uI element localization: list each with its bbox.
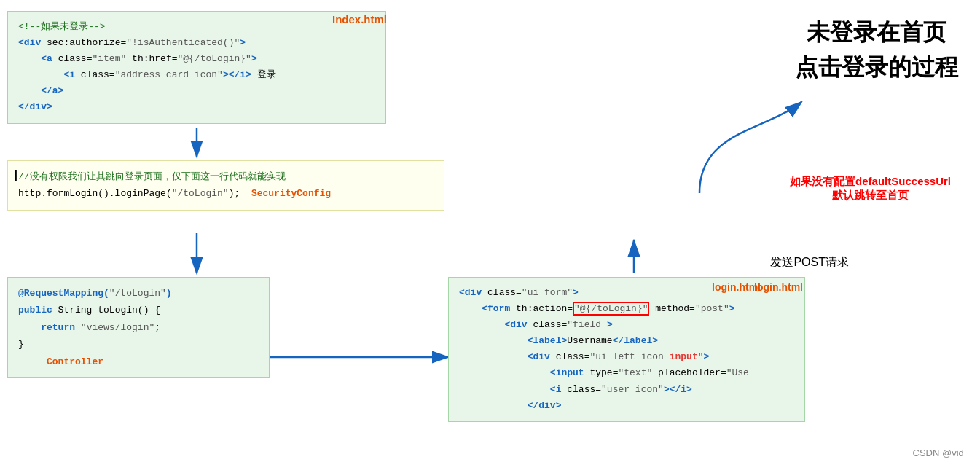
controller-code: @RequestMapping("/toLogin") public Strin… xyxy=(18,285,259,370)
post-request-text: 发送POST请求 xyxy=(770,256,849,268)
index-html-label: Index.html xyxy=(332,10,387,29)
index-html-code-box: Index.html <!--如果未登录--> <div sec:authori… xyxy=(7,11,386,124)
login-html-code: <div class="ui form"> <form th:action="@… xyxy=(459,285,794,414)
controller-code-box: @RequestMapping("/toLogin") public Strin… xyxy=(7,277,270,378)
watermark: CSDN @vid_ xyxy=(913,447,970,458)
login-html-label: login.html xyxy=(712,279,761,297)
login-html-code-box: login.html <div class="ui form"> <form t… xyxy=(448,277,805,422)
security-config-code: //没有权限我们让其跳向登录页面，仅下面这一行代码就能实现 http.formL… xyxy=(18,168,434,203)
cursor-indicator: | xyxy=(12,165,20,187)
page-title: 未登录在首页 点击登录的过程 xyxy=(795,15,958,85)
title-line1: 未登录在首页 xyxy=(807,19,946,45)
index-html-code: <!--如果未登录--> <div sec:authorize="!isAuth… xyxy=(18,19,375,116)
annotation-default-success: 如果没有配置defaultSuccessUrl 默认跳转至首页 xyxy=(790,175,951,203)
annotation-line2: 默认跳转至首页 xyxy=(832,189,909,201)
annotation-post: 发送POST请求 xyxy=(770,255,849,270)
title-line2: 点击登录的过程 xyxy=(795,54,958,80)
security-config-code-box: //没有权限我们让其跳向登录页面，仅下面这一行代码就能实现 http.formL… xyxy=(7,160,444,211)
annotation-line1: 如果没有配置defaultSuccessUrl xyxy=(790,175,951,187)
login-html-label-right: login.html xyxy=(754,279,803,297)
